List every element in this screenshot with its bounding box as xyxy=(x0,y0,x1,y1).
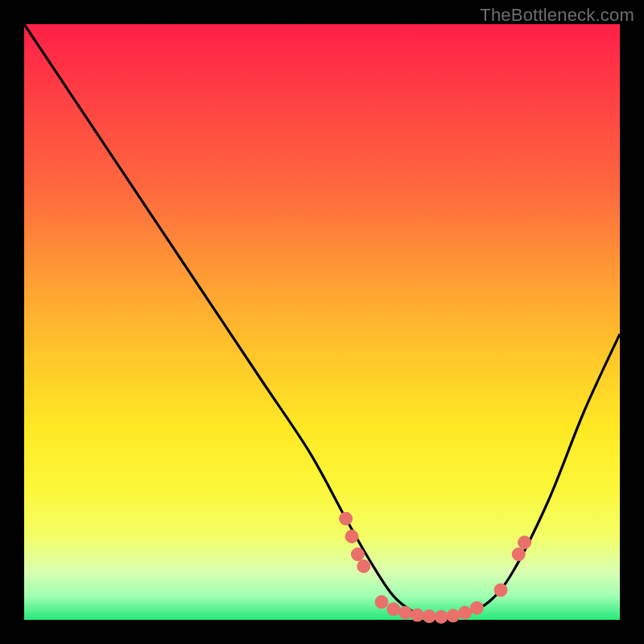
data-point xyxy=(411,609,423,621)
data-point xyxy=(423,610,436,623)
data-point xyxy=(357,559,370,572)
data-point xyxy=(387,603,400,616)
data-point xyxy=(459,606,472,619)
chart-frame: TheBottleneck.com xyxy=(0,0,644,644)
data-point xyxy=(399,606,412,619)
data-point xyxy=(345,530,358,543)
data-point xyxy=(470,601,483,614)
chart-plot-area xyxy=(24,24,620,620)
bottleneck-curve xyxy=(24,24,620,620)
data-point xyxy=(340,512,353,525)
data-point xyxy=(512,548,525,561)
data-point xyxy=(351,548,364,561)
data-point xyxy=(518,536,531,549)
data-point xyxy=(447,609,460,622)
chart-svg xyxy=(24,24,620,620)
data-point xyxy=(435,610,448,623)
data-point xyxy=(375,596,388,609)
data-point xyxy=(494,584,507,597)
data-points xyxy=(340,512,531,623)
watermark-text: TheBottleneck.com xyxy=(480,5,634,26)
